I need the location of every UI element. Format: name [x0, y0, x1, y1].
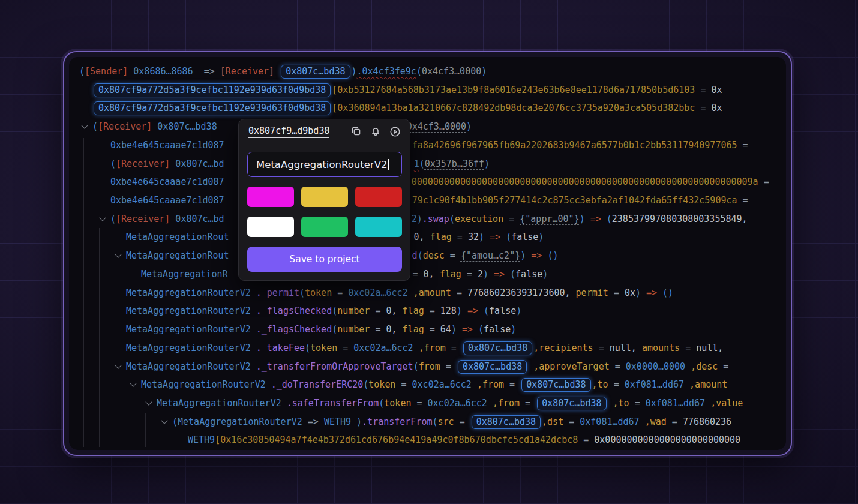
swatch-yellow[interactable] [301, 187, 348, 207]
code-token: 0x0000…0000 [626, 361, 691, 372]
collapsed-args[interactable]: 0x357b…36ff [425, 158, 484, 169]
trace-line[interactable]: 0xbe4e645caaae7c1d08779c1c90f4b1bb905f27… [69, 191, 786, 210]
trace-line[interactable]: MetaAggregationRouterV2 ._doTransferERC2… [69, 376, 786, 394]
code-token: ( [110, 158, 116, 169]
code-token: .swap [422, 214, 449, 224]
trace-line[interactable]: 0xbe4e645caaae7c1d087fa8a42696f967965fb6… [69, 136, 786, 155]
code-token: flag [430, 232, 452, 242]
chevron-down-icon[interactable] [110, 358, 126, 376]
code-token: .transferFrom [362, 416, 432, 427]
swatch-red[interactable] [355, 187, 402, 207]
code-token: false [484, 324, 511, 335]
trace-line[interactable]: MetaAggregationRoutd(desc = {"amou…c2"})… [69, 247, 786, 265]
code-token: d [412, 250, 418, 261]
code-token: null, [610, 343, 642, 353]
trace-line[interactable]: ([Sender] 0x8686…8686 => [Receiver] 0x80… [69, 62, 786, 81]
address-chip[interactable]: 0x807cf9a772d5a3f9cefbc1192e939d63f0d9bd… [94, 83, 331, 97]
code-token: ( [449, 214, 455, 224]
code-token: MetaAggregationRout [126, 232, 229, 242]
code-token: ,approveTarget [528, 361, 609, 372]
address-chip[interactable]: 0x807c…bd38 [537, 397, 606, 410]
address-chip[interactable]: 0x807c…bd38 [458, 360, 527, 374]
play-icon[interactable] [388, 125, 401, 138]
swatch-magenta[interactable] [247, 187, 294, 207]
chevron-down-icon[interactable] [77, 118, 92, 136]
code-token: ,desc [691, 361, 718, 372]
address-chip[interactable]: 0x807c…bd38 [281, 65, 350, 79]
trace-line[interactable]: ([Receiver] 0x807c…bd1(0x357b…36ff) [69, 155, 786, 173]
collapsed-args[interactable]: 0x4cf3…0000 [422, 66, 481, 77]
code-token: = [461, 269, 478, 280]
save-to-project-button[interactable]: Save to project [247, 247, 402, 272]
chevron-down-icon[interactable] [141, 394, 157, 413]
trace-line[interactable]: 0xbe4e645caaae7c1d0870000000000000000000… [69, 173, 786, 191]
bell-icon[interactable] [369, 125, 382, 138]
code-token: 64 [440, 324, 451, 335]
code-token: permit [576, 287, 608, 298]
code-token: 776860236 [683, 416, 731, 427]
code-token: 776860236393173600, [467, 287, 576, 298]
code-token: => [457, 324, 478, 335]
trace-line[interactable]: WETH9[0x16c30850494a7f4e4b372d61cd676b94… [69, 431, 786, 449]
trace-line[interactable]: MetaAggregationRouterV2 ._takeFee(token … [69, 339, 786, 358]
code-token: MetaAggregationRouterV2 [126, 361, 256, 372]
code-token: = [737, 140, 748, 151]
trace-line[interactable]: MetaAggregationRouterV2 ._flagsChecked(n… [69, 302, 786, 320]
address-chip[interactable]: 0x807c…bd38 [463, 341, 532, 355]
trace-line[interactable]: 0x807cf9a772d5a3f9cefbc1192e939d63f0d9bd… [69, 81, 786, 100]
collapsed-args[interactable]: {"amou…c2"} [461, 250, 520, 261]
code-token: MetaAggregationRouterV2 [126, 287, 256, 298]
trace-viewport[interactable]: ([Sender] 0x8686…8686 => [Receiver] 0x80… [69, 57, 786, 450]
code-token: ( [416, 66, 422, 77]
collapsed-args[interactable]: 0x4cf3…0000 [407, 121, 466, 132]
code-token: MetaAggregationR [141, 269, 228, 280]
method-selector[interactable]: .0x4cf3fe9c [357, 66, 416, 77]
trace-line[interactable]: MetaAggregationRouterV2 ._permit(token =… [69, 284, 786, 302]
method-selector[interactable]: 1 [414, 158, 419, 169]
code-token: token [368, 379, 395, 390]
code-token: ._doTransferERC20 [271, 379, 364, 390]
code-token: ) [417, 214, 422, 224]
swatch-green[interactable] [301, 217, 348, 237]
label-input[interactable]: MetaAggregationRouterV2 [247, 152, 402, 177]
trace-line[interactable]: ([Receiver] 0x807c…bd380x4cf3…0000) [69, 118, 786, 136]
code-token: ,recipients [533, 343, 593, 353]
trace-line[interactable]: MetaAggregationRout0, flag = 32) => (fal… [69, 228, 786, 247]
code-token: 2 [412, 214, 417, 224]
trace-line[interactable]: MetaAggregationRouterV2 ._flagsChecked(n… [69, 320, 786, 339]
code-token: = [695, 103, 711, 113]
trace-line[interactable]: ([Receiver] 0x807c…bd2).swap(execution =… [69, 210, 786, 229]
swatch-white[interactable] [247, 217, 294, 237]
trace-line[interactable]: MetaAggregationR= 0, flag = 2) => (false… [69, 265, 786, 284]
code-token: MetaAggregationRouterV2 [141, 379, 271, 390]
copy-icon[interactable] [350, 125, 363, 138]
trace-line[interactable]: MetaAggregationRouterV2 ._transferFromOr… [69, 358, 786, 376]
code-token: ,amount [689, 379, 727, 390]
chevron-down-icon[interactable] [157, 413, 172, 431]
address-chip[interactable]: 0x807c…bd38 [521, 378, 590, 392]
chevron-down-icon[interactable] [95, 210, 110, 229]
code-token: [0x360894a13ba1a3210667c828492db98dca3e2… [332, 103, 695, 113]
chevron-down-icon[interactable] [125, 376, 141, 394]
chevron-down-icon[interactable] [110, 247, 126, 265]
code-token: = [413, 269, 424, 280]
address-chip[interactable]: 0x807c…bd38 [472, 415, 541, 429]
collapsed-args[interactable]: {"appr…00"} [520, 214, 579, 224]
address-chip[interactable]: 0x807cf9a772d5a3f9cefbc1192e939d63f0d9bd… [94, 101, 331, 115]
code-token: 0xf081…dd67 [646, 398, 710, 409]
trace-line[interactable]: 0x807cf9a772d5a3f9cefbc1192e939d63f0d9bd… [69, 99, 786, 118]
code-token: 0xbe4e645caaae7c1d087 [110, 176, 224, 187]
code-token: ( [484, 305, 489, 316]
code-token: MetaAggregationRouterV2 [157, 398, 287, 409]
popup-address[interactable]: 0x807cf9…d9bd38 [248, 125, 329, 138]
code-token: .safeTransferFrom [287, 398, 379, 409]
code-token: = [593, 343, 610, 353]
swatch-cyan[interactable] [355, 217, 402, 237]
code-token: = [680, 343, 696, 353]
trace-line[interactable]: (MetaAggregationRouterV2 => WETH9 ).tran… [69, 413, 786, 431]
code-token: = [503, 214, 520, 224]
trace-line[interactable]: MetaAggregationRouterV2 .safeTransferFro… [69, 394, 786, 413]
code-token: false [511, 232, 538, 242]
code-token: = [446, 343, 462, 353]
code-token: = [370, 324, 386, 335]
